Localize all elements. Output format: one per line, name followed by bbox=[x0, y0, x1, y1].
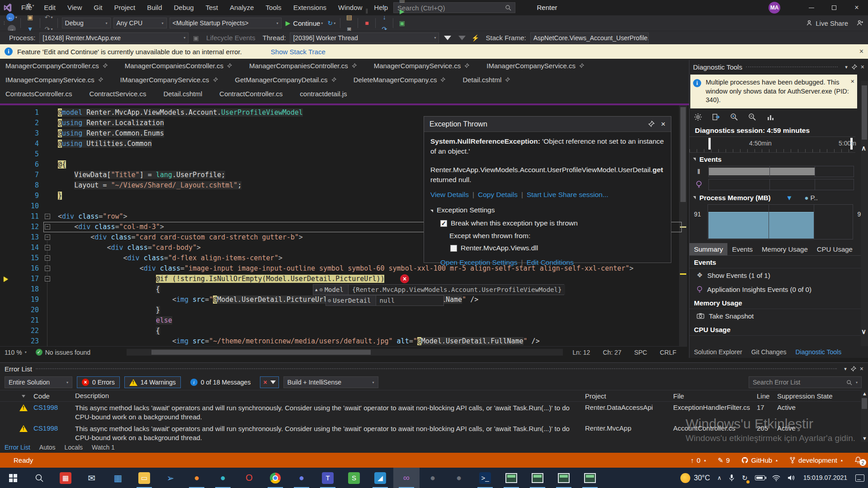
menu-item-test[interactable]: Test bbox=[200, 0, 224, 15]
pin-icon[interactable] bbox=[648, 121, 655, 127]
repository-button[interactable]: GitHub▴ bbox=[741, 456, 778, 464]
document-tab[interactable]: GetManagerCompanyDetail.cs bbox=[230, 73, 342, 87]
settings-gear-icon[interactable] bbox=[694, 113, 702, 121]
wifi-tray-icon[interactable] bbox=[769, 468, 784, 488]
scope-dropdown[interactable]: Entire Solution▾ bbox=[5, 376, 72, 388]
error-list-row[interactable]: CS1998This async method lacks 'await' op… bbox=[0, 422, 868, 443]
process-dropdown[interactable]: [16248] Renter.MvcApp.exe▾ bbox=[39, 33, 189, 43]
pin-icon[interactable] bbox=[213, 76, 218, 84]
pin-icon[interactable] bbox=[579, 62, 584, 70]
diagnostics-tab-summary[interactable]: Summary bbox=[689, 243, 727, 255]
taskbar-clock[interactable]: 15:01 9.07.2021 bbox=[799, 468, 852, 488]
exception-settings-header[interactable]: Exception Settings bbox=[430, 205, 665, 215]
menu-item-build[interactable]: Build bbox=[141, 0, 168, 15]
break-all-icon[interactable]: ‖ bbox=[361, 5, 372, 17]
events-section-header[interactable]: Events bbox=[689, 153, 868, 165]
pin-icon[interactable] bbox=[851, 64, 857, 70]
document-tab[interactable]: IManagerCompanyService.cs bbox=[0, 73, 108, 87]
edit-conditions-link[interactable]: Edit Conditions bbox=[527, 258, 574, 266]
tray-expand-chevron[interactable]: ∧ bbox=[714, 468, 726, 488]
notifications-bell-icon[interactable]: 2 bbox=[854, 456, 862, 464]
pin-icon[interactable] bbox=[352, 62, 357, 70]
visual-studio-icon[interactable]: ∞ bbox=[393, 468, 420, 488]
volume-tray-icon[interactable] bbox=[784, 468, 799, 488]
sharex-icon[interactable]: S bbox=[341, 468, 367, 488]
start-live-share-link[interactable]: Start Live Share session... bbox=[527, 191, 609, 198]
teams-icon[interactable]: T bbox=[315, 468, 341, 488]
error-list-row[interactable]: CS1998This async method lacks 'await' op… bbox=[0, 402, 868, 422]
menu-item-tools[interactable]: Tools bbox=[260, 0, 288, 15]
pin-icon[interactable] bbox=[440, 76, 445, 84]
document-tab[interactable]: DeleteManagerCompany.cs bbox=[348, 73, 451, 87]
continue-button[interactable]: ▶ Continue ▾ bbox=[286, 19, 323, 27]
fold-collapse-icon[interactable]: − bbox=[45, 266, 50, 271]
start-button[interactable] bbox=[0, 468, 26, 488]
document-tab[interactable]: Detail.cshtml bbox=[457, 73, 515, 87]
document-tab[interactable]: ManagerCompanyService.cs bbox=[368, 59, 475, 73]
fold-collapse-icon[interactable]: − bbox=[45, 245, 50, 250]
column-indicator[interactable]: Ch: 27 bbox=[596, 349, 627, 356]
show-stack-trace-link[interactable]: Show Stack Trace bbox=[271, 48, 326, 56]
break-checkbox-row[interactable]: Break when this exception type is thrown bbox=[440, 218, 665, 228]
chart-options-icon[interactable] bbox=[766, 113, 774, 121]
app-dark-1-icon[interactable]: ● bbox=[420, 468, 446, 488]
package-console-icon[interactable]: ▣ bbox=[396, 17, 407, 29]
close-icon[interactable]: × bbox=[661, 120, 665, 129]
app-red-icon[interactable]: ▦ bbox=[52, 468, 79, 488]
document-tab[interactable]: contractdetail.js bbox=[294, 87, 352, 101]
battery-tray-icon[interactable] bbox=[751, 468, 769, 488]
tool-tab-diagnostic-tools[interactable]: Diagnostic Tools bbox=[791, 348, 846, 356]
line-ending-indicator[interactable]: CRLF bbox=[653, 349, 683, 356]
spaces-indicator[interactable]: SPC bbox=[628, 349, 654, 356]
chrome-icon[interactable] bbox=[262, 468, 288, 488]
firefox-icon[interactable]: ● bbox=[184, 468, 210, 488]
checkbox-unchecked-icon[interactable] bbox=[450, 245, 457, 252]
column-project[interactable]: Project bbox=[585, 392, 673, 400]
navigate-back-icon[interactable]: ←▾ bbox=[6, 11, 17, 23]
opera-icon[interactable]: O bbox=[236, 468, 262, 488]
collapse-icon[interactable]: ▲ bbox=[315, 287, 317, 292]
hot-reload-icon[interactable]: ↻▾ bbox=[326, 17, 337, 29]
bottom-tab-error-list[interactable]: Error List bbox=[0, 444, 35, 451]
live-share-button[interactable]: Live Share bbox=[806, 15, 848, 31]
code-line[interactable]: } bbox=[0, 305, 687, 315]
microphone-tray-icon[interactable] bbox=[725, 468, 738, 488]
fold-collapse-icon[interactable]: − bbox=[45, 255, 50, 261]
zoom-level-dropdown[interactable]: 110 %▾ bbox=[0, 349, 31, 356]
solution-explorer-icon[interactable]: ▥ bbox=[396, 0, 407, 5]
error-code-link[interactable]: CS1998 bbox=[33, 424, 75, 432]
menu-item-project[interactable]: Project bbox=[108, 0, 141, 15]
document-tab[interactable]: IManagerCompanyService.cs bbox=[481, 59, 590, 73]
error-code-link[interactable]: CS1998 bbox=[33, 404, 75, 411]
send-feedback-icon[interactable] bbox=[856, 15, 864, 31]
dll-checkbox-row[interactable]: Renter.MvcApp.Views.dll bbox=[450, 243, 665, 253]
pin-icon[interactable] bbox=[850, 366, 856, 372]
store-icon[interactable]: ▦ bbox=[105, 468, 131, 488]
editor-horizontal-scrollbar[interactable] bbox=[127, 349, 563, 356]
panel-scrollbar[interactable]: ∧ ∨ bbox=[861, 81, 868, 346]
export-icon[interactable] bbox=[712, 113, 720, 121]
column-file[interactable]: File bbox=[673, 392, 757, 400]
pin-icon[interactable] bbox=[227, 62, 232, 70]
panel-menu-icon[interactable]: ▾ bbox=[844, 366, 847, 372]
errors-filter-button[interactable]: ×0 Errors bbox=[77, 376, 120, 388]
copy-details-link[interactable]: Copy Details bbox=[478, 191, 518, 198]
twitter-icon[interactable]: ➢ bbox=[157, 468, 184, 488]
fold-collapse-icon[interactable]: − bbox=[45, 214, 50, 219]
parallel-stacks-icon[interactable]: ⚡ bbox=[470, 32, 481, 44]
solution-configurations-dropdown[interactable]: Debug▾ bbox=[62, 18, 111, 28]
restore-button[interactable] bbox=[823, 0, 845, 15]
undo-icon[interactable]: ↶▾ bbox=[43, 11, 54, 23]
app-dark-2-icon[interactable]: ● bbox=[446, 468, 472, 488]
push-commits-button[interactable]: ↑0▴ bbox=[691, 456, 706, 464]
user-avatar[interactable]: MA bbox=[769, 2, 780, 14]
solution-platforms-dropdown[interactable]: Any CPU▾ bbox=[113, 18, 167, 28]
code-line[interactable]: else bbox=[0, 315, 687, 326]
minimize-button[interactable] bbox=[800, 0, 823, 15]
code-line[interactable]: { bbox=[0, 326, 687, 336]
app-insights-row[interactable]: Application Insights Events (0 of 0) bbox=[689, 282, 868, 296]
checkbox-checked-icon[interactable] bbox=[440, 220, 447, 227]
branch-button[interactable]: development▴ bbox=[789, 456, 843, 464]
pin-icon[interactable] bbox=[103, 62, 108, 70]
toolbar-grip[interactable]: ⁞ bbox=[4, 21, 4, 26]
